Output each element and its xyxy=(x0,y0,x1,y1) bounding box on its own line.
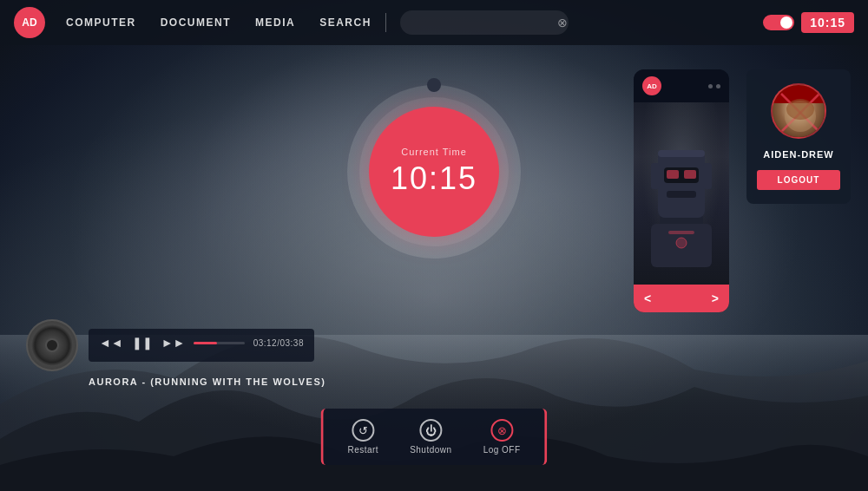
phone-dots xyxy=(708,84,720,88)
profile-card: AIDEN-DREW LOGOUT xyxy=(746,69,851,204)
svg-rect-9 xyxy=(658,150,705,157)
phone-dot-2 xyxy=(716,84,720,88)
nav-logo[interactable]: AD xyxy=(14,7,45,38)
controls-bar: ↺ Restart ⏻ Shutdown ⊗ Log OFF xyxy=(320,409,547,465)
clock-time: 10:15 xyxy=(391,160,477,197)
navbar: AD COMPUTER DOCUMENT MEDIA SEARCH ⊗ 10:1… xyxy=(0,0,868,45)
phone-logo: AD xyxy=(642,76,661,95)
phone-footer: < > xyxy=(634,285,729,312)
clock-dot xyxy=(427,78,441,92)
shutdown-control[interactable]: ⏻ Shutdown xyxy=(410,419,451,455)
player-track: AURORA - (RUNNING WITH THE WOLVES) xyxy=(89,376,326,387)
player-controls: ◄◄ ❚❚ ►► 03:12/03:38 xyxy=(99,336,304,350)
player-prev-button[interactable]: ◄◄ xyxy=(99,336,123,350)
player-top: ◄◄ ❚❚ ►► 03:12/03:38 xyxy=(26,319,314,371)
shutdown-label: Shutdown xyxy=(410,445,451,455)
player-progress-bar[interactable] xyxy=(194,342,244,344)
phone-widget: AD xyxy=(634,69,729,312)
nav-time: 10:15 xyxy=(801,12,854,33)
shutdown-icon: ⏻ xyxy=(419,419,442,442)
phone-header: AD xyxy=(634,69,729,102)
logoff-control[interactable]: ⊗ Log OFF xyxy=(483,419,521,455)
clock-widget: Current Time 10:15 xyxy=(347,78,521,259)
svg-rect-6 xyxy=(667,170,679,179)
nav-item-computer[interactable]: COMPUTER xyxy=(66,16,136,29)
logoff-icon: ⊗ xyxy=(490,419,513,442)
nav-clock-wrapper: 10:15 xyxy=(763,12,854,33)
nav-toggle[interactable] xyxy=(763,15,794,30)
restart-label: Restart xyxy=(347,445,378,455)
system-controls: ↺ Restart ⏻ Shutdown ⊗ Log OFF xyxy=(320,409,547,465)
svg-rect-7 xyxy=(684,170,696,179)
nav-search-input[interactable] xyxy=(400,10,569,35)
nav-search-wrapper: ⊗ xyxy=(400,10,575,35)
nav-item-document[interactable]: DOCUMENT xyxy=(161,16,231,29)
clock-label: Current Time xyxy=(401,147,467,157)
player-time: 03:12/03:38 xyxy=(253,338,304,348)
robot-svg xyxy=(634,102,729,276)
svg-point-13 xyxy=(676,238,687,248)
nav-search-clear-icon[interactable]: ⊗ xyxy=(557,16,568,29)
clock-inner-ring: Current Time 10:15 xyxy=(359,97,509,246)
player-pause-button[interactable]: ❚❚ xyxy=(132,336,153,350)
player-progress-fill xyxy=(194,342,216,344)
avatar-svg xyxy=(773,85,826,139)
svg-rect-12 xyxy=(668,231,694,234)
restart-control[interactable]: ↺ Restart xyxy=(347,419,378,455)
clock-face: Current Time 10:15 xyxy=(369,107,499,237)
svg-rect-11 xyxy=(703,163,712,189)
svg-point-17 xyxy=(786,99,814,120)
svg-rect-8 xyxy=(667,191,696,198)
player-disc xyxy=(26,319,78,371)
player-next-button[interactable]: ►► xyxy=(161,336,186,350)
media-player: ◄◄ ❚❚ ►► 03:12/03:38 AURORA - (RUNNING W… xyxy=(26,319,326,387)
phone-prev-button[interactable]: < xyxy=(644,291,651,305)
phone-image xyxy=(634,102,729,285)
svg-rect-4 xyxy=(658,150,705,218)
profile-name: AIDEN-DREW xyxy=(763,149,834,160)
svg-rect-10 xyxy=(651,163,660,189)
player-controls-wrapper: ◄◄ ❚❚ ►► 03:12/03:38 xyxy=(89,329,314,362)
profile-avatar xyxy=(771,83,826,139)
nav-item-search[interactable]: SEARCH xyxy=(319,16,372,29)
logoff-label: Log OFF xyxy=(483,445,521,455)
player-disc-inner xyxy=(45,338,59,352)
nav-separator xyxy=(385,13,386,32)
profile-logout-button[interactable]: LOGOUT xyxy=(757,170,840,190)
restart-icon: ↺ xyxy=(352,419,374,442)
phone-dot-1 xyxy=(708,84,713,88)
nav-items: COMPUTER DOCUMENT MEDIA SEARCH xyxy=(66,16,372,29)
nav-item-media[interactable]: MEDIA xyxy=(255,16,295,29)
clock-outer-ring: Current Time 10:15 xyxy=(347,85,521,259)
phone-next-button[interactable]: > xyxy=(712,291,719,305)
